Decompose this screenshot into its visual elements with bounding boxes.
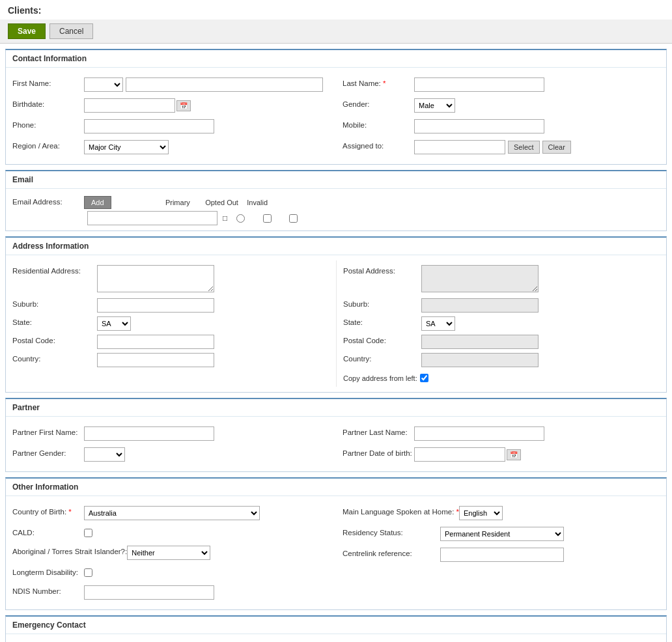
first-name-input[interactable] xyxy=(126,77,323,92)
copy-address-checkbox[interactable] xyxy=(420,374,428,382)
postal-suburb-input-wrap xyxy=(421,298,653,313)
postal-country-row: Country: Australia xyxy=(343,351,653,369)
select-button[interactable]: Select xyxy=(508,141,540,154)
phone-label: Phone: xyxy=(12,119,84,129)
postal-state-select[interactable]: SANSWVICQLDWATASNTACT xyxy=(421,316,455,331)
other-left-col: Country of Birth: AustraliaNew ZealandUn… xyxy=(12,501,336,604)
email-primary-radio[interactable] xyxy=(236,214,245,223)
email-icon1: □ xyxy=(223,214,227,223)
email-section-body: Email Address: Add Primary Opted Out Inv… xyxy=(6,189,666,230)
lang-row: Main Language Spoken at Home: EnglishAra… xyxy=(343,504,660,522)
cancel-button-top[interactable]: Cancel xyxy=(49,23,93,39)
residency-row: Residency Status: Permanent ResidentTemp… xyxy=(343,525,660,543)
postal-col: Postal Address: Suburb: State: SANSW xyxy=(336,260,660,387)
birthdate-label: Birthdate: xyxy=(12,98,84,108)
first-name-row: First Name: MrMrsMsDr xyxy=(12,76,323,94)
first-name-input-group: MrMrsMsDr xyxy=(84,77,323,92)
residency-select[interactable]: Permanent ResidentTemporary ResidentRefu… xyxy=(440,527,564,541)
centrelink-label: Centrelink reference: xyxy=(343,548,440,557)
clear-button[interactable]: Clear xyxy=(542,141,571,154)
residential-country-input[interactable]: Australia xyxy=(97,353,214,367)
emergency-section-body: Emergency Contact Name: Emergency Contac… xyxy=(6,634,666,642)
region-label: Region / Area: xyxy=(12,140,84,150)
partner-last-name-row: Partner Last Name: xyxy=(343,425,660,443)
postal-country-input[interactable]: Australia xyxy=(421,353,539,367)
email-invalid-checkbox[interactable] xyxy=(289,214,298,223)
email-section-title: Email xyxy=(6,171,666,189)
email-optedout-checkbox[interactable] xyxy=(263,214,272,223)
cald-checkbox[interactable] xyxy=(84,529,92,537)
residential-suburb-input[interactable] xyxy=(97,298,214,313)
disability-row: Longterm Disability: xyxy=(12,565,323,581)
top-toolbar: Save Cancel xyxy=(0,20,672,44)
cald-input-wrap xyxy=(84,527,323,539)
add-email-button[interactable]: Add xyxy=(84,196,111,209)
disability-checkbox[interactable] xyxy=(84,568,92,577)
save-button-top[interactable]: Save xyxy=(8,23,46,39)
contact-section-title: Contact Information xyxy=(6,50,666,68)
partner-last-name-label: Partner Last Name: xyxy=(343,426,414,436)
partner-dob-input-group: 📅 xyxy=(414,447,660,462)
residential-col: Residential Address: Suburb: State: xyxy=(12,260,336,387)
other-form-grid: Country of Birth: AustraliaNew ZealandUn… xyxy=(12,501,660,604)
postal-suburb-input[interactable] xyxy=(421,298,539,313)
gender-row: Gender: MaleFemaleOther xyxy=(343,96,660,115)
cob-row: Country of Birth: AustraliaNew ZealandUn… xyxy=(12,504,323,522)
address-section-title: Address Information xyxy=(6,238,666,255)
postal-postal-code-input[interactable] xyxy=(421,335,539,349)
centrelink-input-wrap xyxy=(440,548,660,562)
residential-state-select[interactable]: SANSWVICQLDWATASNTACT xyxy=(97,316,131,331)
email-add-wrap: Add Primary Opted Out Invalid xyxy=(84,196,660,209)
centrelink-input[interactable] xyxy=(440,548,564,562)
assigned-row: Assigned to: admin Select Clear xyxy=(343,138,660,156)
calendar-button[interactable]: 📅 xyxy=(176,100,191,111)
email-text-input[interactable] xyxy=(87,211,217,225)
region-row: Region / Area: Major CityRegionalRemote xyxy=(12,138,323,156)
residential-state-input-wrap: SANSWVICQLDWATASNTACT xyxy=(97,316,329,331)
postal-country-label: Country: xyxy=(343,353,421,363)
assigned-input[interactable]: admin xyxy=(414,140,505,154)
cob-select[interactable]: AustraliaNew ZealandUnited KingdomOther xyxy=(84,506,260,520)
atsi-input-wrap: NeitherAboriginalTorres Strait IslanderB… xyxy=(127,546,323,560)
partner-first-name-input[interactable] xyxy=(84,426,214,441)
birthdate-input[interactable] xyxy=(84,98,175,113)
email-address-row: Email Address: Add Primary Opted Out Inv… xyxy=(12,194,660,211)
partner-dob-label: Partner Date of birth: xyxy=(343,447,414,457)
postal-address-textarea[interactable] xyxy=(421,265,539,292)
last-name-row: Last Name: xyxy=(343,76,660,94)
gender-select[interactable]: MaleFemaleOther xyxy=(414,98,455,113)
residential-suburb-input-wrap xyxy=(97,298,329,313)
residential-state-row: State: SANSWVICQLDWATASNTACT xyxy=(12,314,329,333)
region-input-wrap: Major CityRegionalRemote xyxy=(84,140,323,154)
partner-last-name-input[interactable] xyxy=(414,426,544,441)
residential-postal-code-label: Postal Code: xyxy=(12,335,97,344)
phone-input[interactable] xyxy=(84,119,214,133)
cob-label: Country of Birth: xyxy=(12,506,84,516)
partner-dob-input[interactable] xyxy=(414,447,505,462)
partner-gender-select[interactable]: MaleFemaleOther xyxy=(84,447,125,462)
ndis-input[interactable] xyxy=(84,585,214,600)
ndis-input-wrap xyxy=(84,585,323,600)
postal-postal-code-input-wrap xyxy=(421,335,653,349)
disability-input-wrap xyxy=(84,566,323,579)
other-section-body: Country of Birth: AustraliaNew ZealandUn… xyxy=(6,496,666,609)
residential-postal-code-input[interactable] xyxy=(97,335,214,349)
lang-select[interactable]: EnglishArabicChineseFrenchOther xyxy=(459,506,503,520)
address-grid: Residential Address: Suburb: State: xyxy=(12,260,660,387)
last-name-input[interactable] xyxy=(414,77,544,92)
email-section: Email Email Address: Add Primary Opted O… xyxy=(5,170,667,231)
copy-address-row: Copy address from left: xyxy=(343,372,653,384)
region-select[interactable]: Major CityRegionalRemote xyxy=(84,140,169,154)
primary-header: Primary xyxy=(165,199,190,206)
title-select[interactable]: MrMrsMsDr xyxy=(84,77,123,92)
email-optout-spacer xyxy=(258,214,260,223)
residential-address-textarea[interactable] xyxy=(97,265,214,292)
birthdate-row: Birthdate: 📅 xyxy=(12,96,323,115)
partner-gender-row: Partner Gender: MaleFemaleOther xyxy=(12,445,323,464)
partner-calendar-button[interactable]: 📅 xyxy=(507,449,521,460)
ndis-row: NDIS Number: xyxy=(12,583,323,602)
phone-row: Phone: xyxy=(12,117,323,135)
mobile-input[interactable] xyxy=(414,119,544,133)
emergency-section-title: Emergency Contact xyxy=(6,617,666,634)
atsi-select[interactable]: NeitherAboriginalTorres Strait IslanderB… xyxy=(127,546,210,560)
